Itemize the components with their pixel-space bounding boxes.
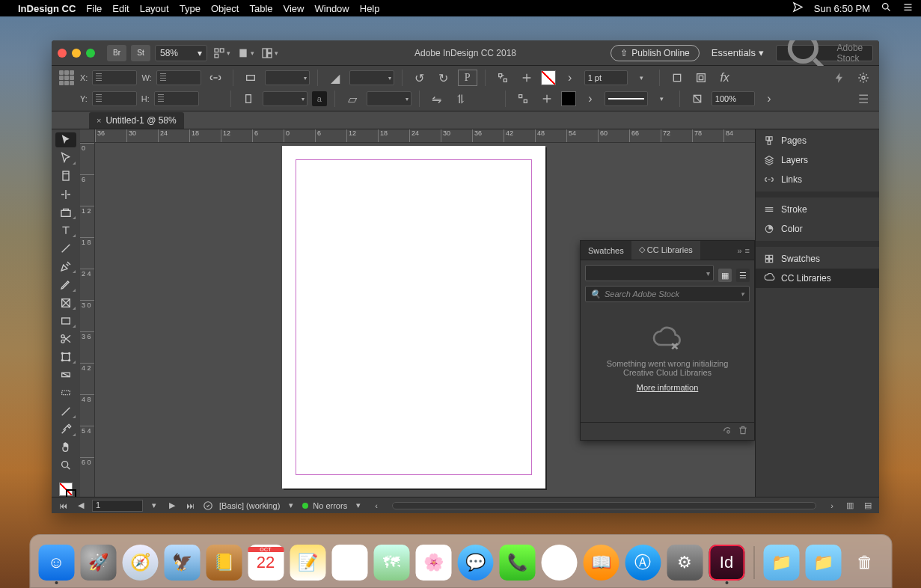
more-information-link[interactable]: More information [593, 383, 742, 392]
page-dropdown[interactable]: ▾ [147, 500, 161, 512]
next-page-button[interactable]: ▶ [165, 500, 179, 512]
notification-center-icon[interactable] [792, 1, 804, 15]
preflight-errors[interactable]: No errors [313, 501, 347, 510]
note-tool[interactable] [55, 404, 76, 419]
stroke-style-field[interactable] [605, 91, 648, 106]
horizontal-ruler[interactable]: 363024181260612182430364248546066727884 [95, 129, 755, 143]
flip-vertical-button[interactable]: ⥮ [451, 91, 471, 107]
scale-y-field[interactable]: ▾ [263, 91, 307, 106]
stroke-weight-field[interactable]: 1 pt [584, 70, 628, 85]
rail-item-stroke[interactable]: Stroke [756, 200, 879, 219]
dock-facetime[interactable]: 📞 [499, 545, 535, 581]
menu-layout[interactable]: Layout [140, 3, 169, 14]
fx-button[interactable]: fx [715, 70, 735, 86]
adobe-stock-search[interactable]: Adobe Stock [776, 45, 873, 61]
gap-tool[interactable] [55, 187, 76, 202]
dock-reminders[interactable]: ☑︎ [331, 545, 367, 581]
rotate-ccw-button[interactable]: ↺ [410, 70, 429, 86]
rectangle-frame-tool[interactable] [55, 295, 76, 310]
horizontal-scrollbar[interactable] [392, 502, 816, 509]
scissors-tool[interactable] [55, 331, 76, 346]
libraries-sync-icon[interactable] [720, 425, 732, 438]
menu-file[interactable]: File [86, 3, 102, 14]
dock-maps[interactable]: 🗺 [373, 545, 409, 581]
dock-applications-folder[interactable]: 📁 [763, 545, 799, 581]
library-select[interactable]: ▾ [585, 265, 714, 281]
screen-mode-button[interactable]: ▾ [236, 45, 255, 61]
rail-item-cc-libraries[interactable]: CC Libraries [756, 269, 879, 288]
dock-downloads-folder[interactable]: 📁 [805, 545, 841, 581]
publish-online-button[interactable]: ⇧Publish Online [611, 45, 699, 61]
siri-icon[interactable] [902, 1, 914, 15]
line-tool[interactable] [55, 241, 76, 256]
vertical-ruler[interactable]: 061 21 82 43 03 64 24 85 46 0 [80, 143, 95, 497]
control-settings-icon[interactable] [854, 70, 873, 86]
page-number-field[interactable]: 1 [92, 500, 143, 512]
window-zoom-button[interactable] [86, 49, 95, 58]
menu-object[interactable]: Object [211, 3, 239, 14]
preflight-preset[interactable]: [Basic] (working) [219, 501, 280, 510]
free-transform-tool[interactable] [55, 349, 76, 364]
open-dialog-icon[interactable] [201, 500, 215, 512]
tab-cc-libraries[interactable]: ◇CC Libraries [631, 241, 700, 260]
menu-window[interactable]: Window [315, 3, 349, 14]
selection-tool[interactable] [55, 132, 76, 147]
stroke-swatch[interactable] [561, 91, 576, 106]
preset-dropdown[interactable]: ▾ [284, 500, 298, 512]
bridge-button[interactable]: Br [107, 45, 126, 61]
hand-tool[interactable] [55, 440, 76, 455]
constrain-link-icon[interactable] [206, 70, 225, 86]
y-field[interactable] [92, 91, 137, 106]
panel-menu-icon[interactable]: ≡ [745, 246, 750, 255]
panel-collapse-icon[interactable]: » [737, 246, 741, 255]
menu-help[interactable]: Help [360, 3, 380, 14]
workspace-switcher[interactable]: Essentials▾ [712, 47, 764, 58]
dock-calendar[interactable]: OCT22 [248, 545, 284, 581]
direct-selection-tool[interactable] [55, 150, 76, 165]
rail-item-links[interactable]: Links [756, 170, 879, 189]
dock-contacts[interactable]: 📒 [206, 545, 242, 581]
spotlight-icon[interactable] [881, 1, 892, 15]
align-button[interactable] [513, 91, 533, 107]
x-field[interactable] [92, 70, 137, 85]
document-page[interactable] [282, 146, 545, 489]
split-view-2-button[interactable]: ▤ [861, 500, 875, 512]
dock-indesign[interactable]: Id [709, 545, 744, 581]
rail-item-swatches[interactable]: Swatches [756, 249, 879, 269]
document-tab[interactable]: × Untitled-1 @ 58% [89, 112, 184, 129]
fit-content-button[interactable] [691, 70, 711, 86]
stroke-style-dropdown[interactable]: ▾ [652, 91, 672, 107]
menu-view[interactable]: View [284, 3, 305, 14]
scroll-left-button[interactable]: ‹ [370, 500, 383, 512]
dock-launchpad[interactable]: 🚀 [80, 545, 116, 581]
zoom-tool[interactable] [55, 458, 76, 473]
scale-x-field[interactable]: ▾ [265, 70, 310, 85]
dock-messages[interactable]: 💬 [457, 545, 493, 581]
pencil-tool[interactable] [55, 277, 76, 292]
tab-swatches[interactable]: Swatches [581, 241, 631, 260]
eyedropper-tool[interactable] [55, 422, 76, 437]
last-page-button[interactable]: ⏭ [183, 500, 197, 512]
content-type-toggle[interactable]: P [458, 70, 477, 86]
rail-item-color[interactable]: Color [756, 219, 879, 239]
fill-stroke-toggle[interactable] [55, 482, 76, 497]
rotation-field[interactable]: ▾ [349, 70, 394, 85]
dock-system-preferences[interactable]: ⚙ [667, 545, 703, 581]
split-view-1-button[interactable]: ▥ [843, 500, 857, 512]
fit-frame-button[interactable] [667, 70, 687, 86]
canvas-area[interactable]: 363024181260612182430364248546066727884 … [80, 129, 755, 497]
quick-apply-button[interactable] [830, 70, 849, 86]
list-view-button[interactable]: ☰ [736, 269, 750, 282]
stock-button[interactable]: St [131, 45, 150, 61]
view-options-button[interactable]: ▾ [212, 45, 231, 61]
dock-mail[interactable]: 🦅 [164, 545, 200, 581]
rectangle-tool[interactable] [55, 313, 76, 328]
grid-view-button[interactable]: ▦ [718, 269, 732, 282]
pen-tool[interactable] [55, 259, 76, 274]
zoom-level-select[interactable]: 58%▾ [155, 45, 207, 61]
distribute-button[interactable] [537, 91, 557, 107]
select-content-button[interactable] [517, 70, 536, 86]
gradient-swatch-tool[interactable] [55, 367, 76, 382]
stroke-dropdown[interactable]: › [581, 91, 600, 107]
delete-icon[interactable] [738, 425, 748, 438]
